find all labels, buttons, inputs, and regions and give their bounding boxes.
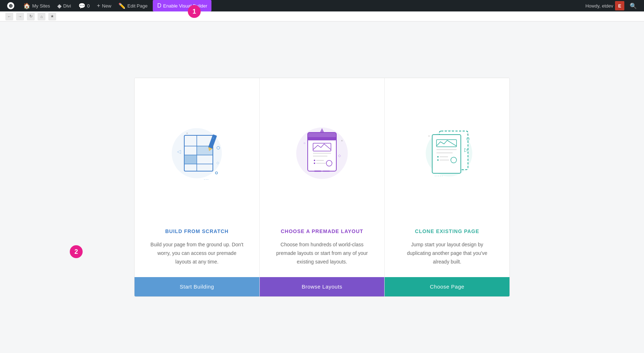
svg-text:×: × (341, 139, 343, 142)
build-from-scratch-description: Build your page from the ground up. Don'… (149, 241, 245, 266)
premade-layout-illustration: ○ × ◇ (260, 78, 385, 221)
browse-layouts-button[interactable]: Browse Layouts (260, 277, 385, 296)
build-from-scratch-title: BUILD FROM SCRATCH (149, 228, 245, 234)
my-sites-item[interactable]: 🏠 My Sites (20, 0, 54, 11)
svg-rect-20 (308, 137, 336, 140)
bookmark-button[interactable]: ★ (48, 13, 56, 20)
new-item[interactable]: + New (93, 0, 115, 11)
step-badge-2: 2 (70, 245, 83, 258)
premade-illustration-svg: ○ × ◇ (283, 117, 361, 189)
avatar[interactable]: E (615, 1, 624, 10)
admin-bar-right: Howdy, etdev E 🔍 (585, 1, 640, 10)
svg-point-15 (215, 172, 218, 174)
wp-logo-item[interactable]: ⊕ (4, 0, 20, 11)
build-from-scratch-card: ◁ ◇ × ▪ - - - BUILD FROM SCRATCH Build y… (135, 78, 260, 296)
divi-d-icon: D (157, 3, 161, 9)
svg-text:○: ○ (303, 141, 306, 145)
svg-text:◇: ◇ (338, 154, 341, 158)
howdy-text: Howdy, etdev (585, 3, 613, 9)
svg-text:◁: ◁ (177, 149, 181, 154)
clone-page-description: Jump start your layout design by duplica… (399, 241, 495, 266)
svg-text:- - -: - - - (204, 178, 209, 181)
sites-icon: 🏠 (23, 3, 30, 9)
step-badge-1: 1 (188, 5, 201, 18)
clone-page-title: CLONE EXISTING PAGE (399, 228, 495, 234)
refresh-button[interactable]: ↻ (27, 13, 35, 20)
comments-icon: 💬 (78, 3, 86, 9)
clone-page-text: CLONE EXISTING PAGE Jump start your layo… (385, 221, 509, 277)
home-button[interactable]: ⌂ (38, 13, 45, 20)
build-from-scratch-text: BUILD FROM SCRATCH Build your page from … (135, 221, 259, 277)
scratch-illustration-svg: ◁ ◇ × ▪ - - - (157, 117, 236, 189)
secondary-bar: ← → ↻ ⌂ ★ (0, 11, 644, 21)
clone-existing-page-card: ○ × ▷ - - - - - CLONE EXISTING PAGE Jump… (385, 78, 509, 296)
cards-container: ◁ ◇ × ▪ - - - BUILD FROM SCRATCH Build y… (134, 78, 510, 296)
svg-point-26 (314, 163, 315, 164)
premade-layout-description: Choose from hundreds of world-class prem… (274, 241, 370, 266)
choose-page-button[interactable]: Choose Page (385, 277, 509, 296)
choose-premade-layout-card: ○ × ◇ CHOOSE A PREMADE LAYOUT Choose fro… (260, 78, 385, 296)
divi-icon: ◆ (57, 3, 62, 9)
back-button[interactable]: ← (5, 13, 13, 20)
build-from-scratch-illustration: ◁ ◇ × ▪ - - - (135, 78, 259, 221)
svg-text:×: × (467, 132, 468, 136)
search-icon[interactable]: 🔍 (626, 3, 640, 9)
svg-text:×: × (186, 131, 188, 135)
svg-text:◇: ◇ (216, 161, 219, 165)
svg-rect-34 (323, 170, 330, 172)
svg-text:○: ○ (428, 134, 430, 138)
edit-icon: ✏️ (118, 3, 126, 9)
svg-point-24 (314, 160, 315, 161)
plus-icon: + (97, 3, 100, 9)
main-content: ◁ ◇ × ▪ - - - BUILD FROM SCRATCH Build y… (0, 21, 644, 353)
clone-page-illustration: ○ × ▷ - - - - - (385, 78, 509, 221)
wordpress-logo-icon: ⊕ (7, 2, 14, 9)
divi-item[interactable]: ◆ Divi (54, 0, 75, 11)
svg-text:▷: ▷ (464, 147, 468, 153)
admin-bar: ⊕ 🏠 My Sites ◆ Divi 💬 0 + New ✏️ Edit Pa… (0, 0, 644, 11)
svg-rect-6 (184, 155, 197, 164)
svg-rect-33 (314, 170, 321, 172)
svg-text:- - - - -: - - - - - (435, 174, 443, 177)
edit-page-item[interactable]: ✏️ Edit Page (115, 0, 151, 11)
enable-visual-builder-button[interactable]: D Enable Visual Builder (153, 0, 211, 11)
svg-point-41 (437, 156, 439, 158)
clone-illustration-svg: ○ × ▷ - - - - - (408, 117, 487, 189)
premade-layout-text: CHOOSE A PREMADE LAYOUT Choose from hund… (260, 221, 385, 277)
comments-item[interactable]: 💬 0 (75, 0, 93, 11)
forward-button[interactable]: → (16, 13, 24, 20)
svg-point-43 (437, 159, 439, 161)
premade-layout-title: CHOOSE A PREMADE LAYOUT (274, 228, 370, 234)
svg-text:▪: ▪ (213, 136, 214, 140)
start-building-button[interactable]: Start Building (135, 277, 259, 296)
